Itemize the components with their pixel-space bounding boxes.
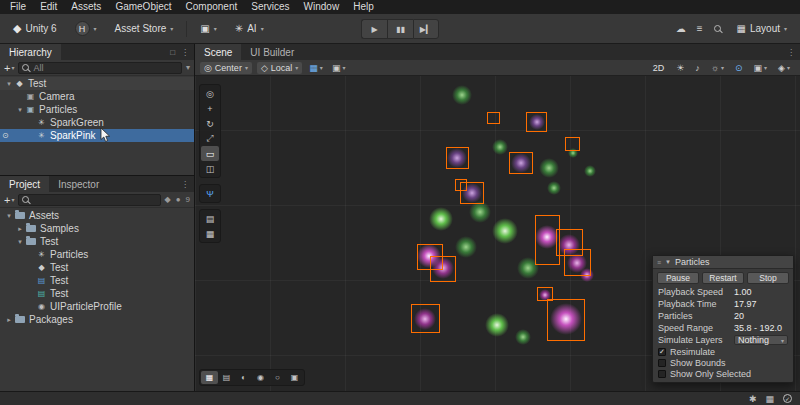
tree-row-uiparticleprofile[interactable]: ◉UIParticleProfile [0,300,194,313]
snap-settings-dropdown[interactable]: ▣▾ [330,63,348,73]
search-by-label-icon[interactable]: ● [176,195,181,204]
checkbox-unchecked-icon[interactable] [658,359,666,367]
restart-button[interactable]: Restart [702,272,744,284]
rect-tool-icon[interactable]: ▭ [201,146,219,161]
sphere-icon[interactable]: ◉ [252,371,269,384]
audio-icon[interactable]: ♪ [693,63,702,73]
tree-row-assets[interactable]: ▾Assets [0,209,194,222]
account-button[interactable]: H ▾ [70,19,102,39]
tab-scene[interactable]: Scene [195,44,241,60]
stop-button[interactable]: Stop [747,272,789,284]
shading-icon[interactable]: ◐ [235,371,252,384]
layers-icon[interactable]: ≡ [697,23,703,34]
panel-menu-icon[interactable]: ⋮ [787,48,795,57]
gizmos-icon[interactable]: ◈▾ [776,63,792,73]
handle-space-dropdown[interactable]: ◇ Local ▾ [257,62,302,74]
zoom-icon[interactable]: ○ [269,371,286,384]
lighting-icon[interactable]: ☀ [674,63,686,73]
foldout-down-icon[interactable]: ▼ [665,259,671,265]
grid-visibility-dropdown[interactable]: ▦▾ [307,63,325,73]
lock-icon[interactable]: □ [170,48,175,57]
checkbox-checked-icon[interactable]: ✓ [658,348,666,356]
particles-panel-header[interactable]: ≡ ▼ Particles [653,256,793,269]
tree-row-test[interactable]: ▾◆Test [0,77,194,90]
debug-icon[interactable]: ✱ [749,394,757,404]
menu-item-gameobject[interactable]: GameObject [108,0,178,14]
search-by-type-icon[interactable]: ◆ [165,195,171,204]
toggle-2d-button[interactable]: 2D [650,63,668,73]
tree-row-particles[interactable]: ▾▣Particles [0,103,194,116]
visibility-eye-icon[interactable]: ⊙ [2,131,9,140]
tab-ui-builder[interactable]: UI Builder [241,44,303,60]
tree-row-test[interactable]: ▾Test [0,235,194,248]
filter-icon[interactable]: ▾ [186,63,190,72]
panel-menu-icon[interactable]: ⋮ [181,48,189,57]
menu-item-services[interactable]: Services [244,0,296,14]
tree-row-packages[interactable]: ▸Packages [0,313,194,326]
foldout-down-icon[interactable]: ▾ [4,80,14,88]
toggle-resimulate[interactable]: ✓Resimulate [653,346,793,357]
scale-tool-icon[interactable]: ⤢ [201,131,219,146]
import-package-button[interactable]: ▣ ▾ [195,19,221,39]
menu-item-assets[interactable]: Assets [64,0,108,14]
tree-row-test[interactable]: ▤Test [0,287,194,300]
move-tool-icon[interactable]: + [201,101,219,116]
grid-icon[interactable]: ▦ [201,371,218,384]
tree-row-test[interactable]: ▤Test [0,274,194,287]
pivot-dropdown[interactable]: ◎ Center ▾ [200,62,252,74]
ai-button[interactable]: ✳ AI ▾ [230,19,269,39]
pause-button[interactable]: ▮▮ [387,19,413,39]
tree-row-particles[interactable]: ✳Particles [0,248,194,261]
tab-project[interactable]: Project [0,176,49,192]
play-button[interactable]: ▶ [361,19,387,39]
tree-row-sparkpink[interactable]: ✳SparkPink⊙ [0,129,194,142]
rotate-tool-icon[interactable]: ↻ [201,116,219,131]
foldout-down-icon[interactable]: ▾ [15,238,25,246]
project-search-input[interactable] [18,194,160,206]
tab-hierarchy[interactable]: Hierarchy [0,44,61,60]
simulate-layers-dropdown[interactable]: Nothing▾ [734,335,788,345]
menu-item-file[interactable]: File [3,0,33,14]
tree-row-test[interactable]: ◆Test [0,261,194,274]
search-icon[interactable] [714,25,721,32]
step-button[interactable]: ▶▎ [413,19,439,39]
tree-row-camera[interactable]: ▣Camera [0,90,194,103]
project-add-button[interactable]: +▾ [4,194,14,206]
foldout-right-icon[interactable]: ▸ [15,225,25,233]
foldout-down-icon[interactable]: ▾ [4,212,14,220]
cloud-icon[interactable]: ☁ [676,23,686,34]
menu-item-component[interactable]: Component [179,0,245,14]
menu-item-window[interactable]: Window [297,0,347,14]
foldout-down-icon[interactable]: ▾ [15,106,25,114]
toggle-show-bounds[interactable]: Show Bounds [653,357,793,368]
effects-icon[interactable]: ☼▾ [709,63,726,73]
menu-item-edit[interactable]: Edit [33,0,64,14]
pause-button[interactable]: Pause [657,272,699,284]
hierarchy-add-button[interactable]: +▾ [4,62,14,74]
package-grid-icon[interactable]: ▦ [765,394,774,404]
unity-version-button[interactable]: ◆ Unity 6 [8,19,62,39]
foldout-right-icon[interactable]: ▸ [4,316,14,324]
layout-dropdown[interactable]: ▦ Layout ▾ [732,19,793,39]
checkbox-unchecked-icon[interactable] [658,370,666,378]
panel-menu-icon[interactable]: ⋮ [181,180,189,189]
hierarchy-search-input[interactable]: All [18,62,182,74]
toggle-show-only-selected[interactable]: Show Only Selected [653,368,793,379]
menu-item-help[interactable]: Help [346,0,381,14]
camera-preview-icon[interactable]: ▣▾ [752,63,770,73]
grid-b-tool-icon[interactable]: ▦ [201,226,219,241]
tree-row-samples[interactable]: ▸Samples [0,222,194,235]
activity-check-icon[interactable]: ✓ [783,394,792,403]
transform-tool-icon[interactable]: ◫ [201,161,219,176]
drag-handle-icon[interactable]: ≡ [657,259,661,266]
layers-icon[interactable]: ▤ [218,371,235,384]
scene-canvas[interactable]: ◎+↻⤢▭◫Ψ▤▦ ▦▤◐◉○▣ ≡ ▼ Particles PauseRest… [195,76,800,391]
visibility-icon[interactable]: ⊙ [733,63,745,73]
tab-inspector[interactable]: Inspector [49,176,108,192]
particle-edit-tool-icon[interactable]: Ψ [201,186,219,201]
grid-a-tool-icon[interactable]: ▤ [201,211,219,226]
asset-store-button[interactable]: Asset Store ▾ [110,19,179,39]
view-tool-icon[interactable]: ◎ [201,86,219,101]
tree-row-sparkgreen[interactable]: ✳SparkGreen [0,116,194,129]
camera-icon[interactable]: ▣ [286,371,303,384]
